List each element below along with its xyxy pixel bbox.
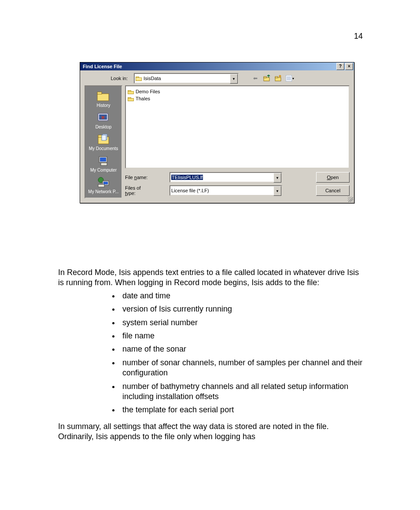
list-item[interactable]: Thales [128, 95, 347, 102]
svg-rect-1 [264, 77, 266, 78]
place-my-computer[interactable]: My Computer [88, 153, 119, 174]
network-icon [96, 176, 111, 188]
look-in-combo[interactable]: IsisData ▼ [134, 73, 239, 84]
file-name-dropdown[interactable]: ▼ [273, 173, 281, 183]
folder-icon [128, 96, 134, 101]
svg-rect-21 [100, 158, 106, 161]
bullet-item: number of bathymetry channels and all re… [120, 382, 364, 402]
desktop-icon [96, 111, 111, 124]
bullet-item: date and time [120, 291, 364, 301]
file-name-input[interactable]: TEIisisPLUS.lf ▼ [169, 172, 282, 183]
svg-rect-22 [101, 163, 107, 165]
dialog-title: Find License File [81, 64, 122, 69]
page-number: 14 [354, 32, 363, 41]
place-label: Desktop [96, 125, 112, 129]
look-in-dropdown[interactable]: ▼ [230, 74, 238, 84]
look-in-label: Look in: [85, 76, 130, 81]
file-item-label: Demo Files [136, 89, 160, 94]
file-list[interactable]: Demo Files Thales [125, 85, 350, 169]
list-item[interactable]: Demo Files [128, 88, 347, 95]
my-documents-icon [96, 133, 111, 145]
file-name-label: File name: [125, 175, 149, 180]
file-name-value: TEIisisPLUS.lf [171, 175, 203, 180]
places-bar: History Desktop My Documents My Computer [85, 85, 122, 198]
files-of-type-dropdown[interactable]: ▼ [273, 186, 281, 196]
new-folder-icon[interactable] [274, 74, 283, 82]
up-one-level-icon[interactable] [262, 74, 271, 82]
help-button[interactable]: ? [336, 63, 344, 70]
body-text: In Record Mode, Isis appends text entrie… [58, 268, 364, 444]
place-label: History [96, 103, 110, 108]
look-in-value: IsisData [144, 76, 161, 81]
place-my-documents[interactable]: My Documents [88, 131, 119, 153]
history-folder-icon [96, 90, 111, 102]
place-label: My Documents [89, 146, 118, 151]
files-of-type-label: Files of type: [125, 185, 149, 196]
files-of-type-value: License file (*.LF) [171, 188, 209, 193]
place-my-network[interactable]: My Network P... [88, 174, 119, 196]
svg-rect-25 [103, 182, 108, 184]
my-computer-icon [96, 154, 111, 167]
close-button[interactable]: × [345, 63, 353, 70]
bullet-item: file name [120, 331, 364, 341]
find-license-dialog: Find License File ? × Look in: IsisData … [80, 62, 354, 203]
open-button[interactable]: Open [316, 172, 350, 183]
bullet-item: system serial number [120, 318, 364, 328]
bullet-item: the template for each serial port [120, 405, 364, 415]
back-icon[interactable]: ⬅ [251, 74, 260, 82]
bullet-item: number of sonar channels, number of samp… [120, 358, 364, 378]
svg-rect-19 [102, 135, 106, 140]
view-menu-icon[interactable]: ▾ [285, 74, 294, 82]
bullet-list: date and time version of Isis currently … [58, 291, 364, 415]
place-history[interactable]: History [88, 88, 119, 110]
paragraph: In summary, all settings that affect the… [58, 422, 364, 442]
bullet-item: version of Isis currently running [120, 304, 364, 314]
folder-icon [128, 89, 134, 94]
bullet-item: name of the sonar [120, 344, 364, 354]
place-label: My Network P... [88, 189, 118, 194]
files-of-type-combo[interactable]: License file (*.LF) ▼ [169, 185, 282, 196]
svg-rect-26 [98, 184, 104, 187]
svg-rect-3 [275, 77, 278, 78]
resize-grip[interactable] [348, 197, 353, 202]
svg-rect-13 [97, 92, 102, 94]
paragraph: In Record Mode, Isis appends text entrie… [58, 268, 364, 288]
file-item-label: Thales [136, 96, 150, 101]
cancel-button[interactable]: Cancel [316, 185, 350, 196]
folder-open-icon [136, 76, 142, 81]
svg-rect-12 [97, 94, 109, 101]
place-label: My Computer [90, 168, 117, 172]
titlebar: Find License File ? × [80, 62, 354, 70]
place-desktop[interactable]: Desktop [88, 110, 119, 131]
